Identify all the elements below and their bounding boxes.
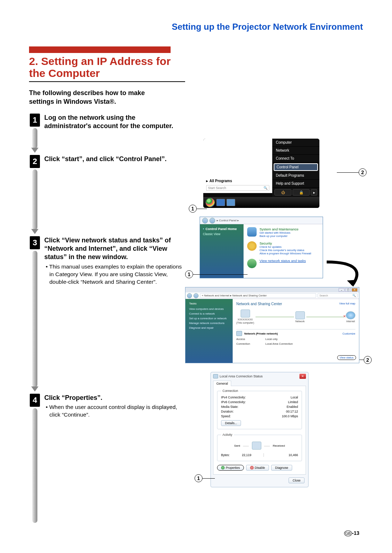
tab-general[interactable]: General [213,381,231,386]
dialog-panel: Connection IPv4 Connectivity:Local IPv6 … [213,386,306,475]
cp-cat-link[interactable]: Get started with Windows [260,231,298,234]
cp-home-link[interactable]: Control Panel Home [203,227,241,231]
properties-button[interactable]: Properties [217,465,244,471]
sent-label: Sent [234,444,240,447]
cp-cat-network[interactable]: View network status and tasks [247,259,319,268]
task-link[interactable]: Connect to a network [189,312,229,315]
view-status-link[interactable]: View status [337,355,356,360]
sm-item-connect-to[interactable]: Connect To [272,155,319,163]
view-network-status-link[interactable]: View network status and tasks [260,259,306,263]
all-programs[interactable]: All Programs [206,179,269,183]
step-connector [32,251,37,387]
figure-start-menu: All Programs Start Search 🔍 Computer Net… [181,139,363,208]
callout-1: 1 [185,270,193,278]
sm-item-help[interactable]: Help and Support [272,180,319,188]
computer-icon [241,310,250,318]
breadcrumb[interactable]: ▸ Control Panel ▸ [217,219,320,222]
step-4-note: When the user account control display is… [44,404,182,419]
search-placeholder: Start Search [208,186,226,190]
close-button[interactable]: ✕ [352,288,358,292]
task-link[interactable]: Set up a connection or network [189,317,229,320]
media-label: Media State: [221,405,238,409]
system-icon [247,227,257,237]
shield-icon [221,466,225,470]
sm-item-network[interactable]: Network [272,147,319,155]
view-full-map-link[interactable]: View full map [339,302,355,305]
sm-item-control-panel[interactable]: Control Panel [274,163,318,171]
taskbar-icon[interactable] [216,199,225,206]
step-connector [32,169,37,230]
close-dialog-button[interactable]: Close [289,478,305,483]
dialog-title-bar: Local Area Connection Status ✕ [211,372,308,380]
callout-1: 1 [189,205,197,213]
cp-cat-link[interactable]: Check for updates [260,245,311,249]
sm-item-computer[interactable]: Computer [272,139,319,147]
nav-forward-button[interactable] [209,218,215,224]
bytes-label: Bytes: [221,453,230,457]
details-button[interactable]: Details... [221,420,241,426]
ipv6-value: Limited [288,400,298,404]
access-label: Access [236,337,265,341]
cp-sidebar: Control Panel Home Classic View [200,224,244,278]
cp-classic-view-link[interactable]: Classic View [203,232,241,236]
speed-label: Speed: [221,414,231,418]
start-menu: All Programs Start Search 🔍 Computer Net… [203,139,319,208]
cp-cat-system[interactable]: System and Maintenance Get started with … [247,227,319,238]
customize-link[interactable]: Customize [343,332,355,335]
address-bar[interactable]: ▸ Control Panel ▸ [200,217,323,224]
duration-label: Duration: [221,410,234,413]
nsc-title: Network and Sharing Center [236,302,355,306]
nav-forward-button[interactable] [193,293,199,298]
minimize-button[interactable]: – [339,288,344,292]
intro-text: The following describes how to make sett… [29,89,171,106]
taskbar-icon[interactable] [226,199,235,206]
nsc-main: Network and Sharing Center View full map… [233,299,359,363]
lac-status-dialog: Local Area Connection Status ✕ General C… [211,372,309,487]
step-1-heading: Log on the network using the administrat… [44,114,182,131]
cp-cat-link[interactable]: Back up your computer [260,234,298,238]
task-link[interactable]: Diagnose and repair [189,326,229,329]
callout-lead [193,274,248,275]
arrow-icon: —— [243,444,249,447]
search-box[interactable]: Search🔍 [318,293,358,298]
start-search-box[interactable]: Start Search 🔍 [206,185,269,191]
callout-lead [203,478,215,479]
step-4-heading: Click “Properties”. [44,394,182,402]
power-off-button[interactable]: ⏻ [274,189,291,196]
nav-back-button[interactable] [187,293,192,298]
node-this-computer: XXXXXXXXX (This computer) [236,310,254,324]
breadcrumb[interactable]: « Network and Internet ▸ Network and Sha… [200,293,316,298]
connection-value: Local Area Connection [265,342,293,345]
start-button[interactable] [205,198,215,207]
bytes-sent: 22,119 [230,453,264,457]
callout-lead [359,360,364,360]
network-row: Network (Private network) Customize [236,331,355,336]
step-3-number: 3 [30,236,40,249]
callout-1: 1 [195,474,203,482]
disable-button[interactable]: Disable [246,465,269,471]
sm-item-default-programs[interactable]: Default Programs [272,172,319,180]
tasks-header: Tasks [189,302,229,305]
node-label: Internet [346,320,355,323]
cp-cat-security[interactable]: Security Check for updates Check this co… [247,241,319,255]
cp-cat-link[interactable]: Check this computer's security status [260,249,311,252]
activity-group: Activity Sent —— —— Received Bytes: 22,1… [217,433,302,461]
task-link[interactable]: View computers and devices [189,307,229,311]
close-button[interactable]: ✕ [299,374,306,379]
task-link[interactable]: Manage network connections [189,321,229,325]
start-menu-left-pane: All Programs Start Search 🔍 [203,139,272,193]
cp-cat-link[interactable]: Allow a program through Windows Firewall [260,252,311,255]
maximize-button[interactable]: ▢ [345,288,351,292]
nav-back-button[interactable] [202,218,208,224]
section-title: 2. Setting an IP Address for the Compute… [29,55,185,82]
shield-icon [250,466,254,470]
diagnose-button[interactable]: Diagnose [271,465,292,471]
page-header: Setting up the Projector Network Environ… [29,22,363,32]
nsc-sidebar: Tasks View computers and devices Connect… [185,299,233,363]
connection-label: Connection [236,342,265,345]
address-bar[interactable]: « Network and Internet ▸ Network and Sha… [185,292,359,299]
lock-button[interactable]: 🔒 [293,189,310,196]
cp-category-view: System and Maintenance Get started with … [244,224,323,278]
control-panel-window: ▸ Control Panel ▸ Control Panel Home Cla… [200,217,323,278]
power-options-button[interactable]: ▸ [311,189,317,196]
